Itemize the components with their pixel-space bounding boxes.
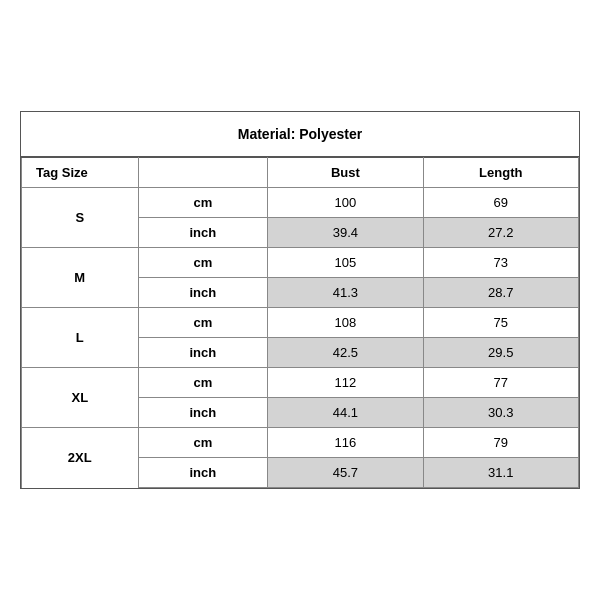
bust-inch: 41.3 (268, 278, 423, 308)
bust-inch: 45.7 (268, 458, 423, 488)
size-label: S (22, 188, 139, 248)
length-cm: 77 (423, 368, 578, 398)
unit-inch: inch (138, 338, 268, 368)
length-cm: 79 (423, 428, 578, 458)
table-row: Mcm10573 (22, 248, 579, 278)
bust-inch: 42.5 (268, 338, 423, 368)
length-inch: 27.2 (423, 218, 578, 248)
unit-inch: inch (138, 458, 268, 488)
unit-cm: cm (138, 368, 268, 398)
bust-cm: 100 (268, 188, 423, 218)
bust-cm: 116 (268, 428, 423, 458)
table-row: 2XLcm11679 (22, 428, 579, 458)
unit-inch: inch (138, 218, 268, 248)
size-label: M (22, 248, 139, 308)
size-chart-container: Material: Polyester Tag Size Bust Length… (20, 111, 580, 489)
table-row: XLcm11277 (22, 368, 579, 398)
size-label: XL (22, 368, 139, 428)
unit-inch: inch (138, 398, 268, 428)
bust-cm: 105 (268, 248, 423, 278)
unit-cm: cm (138, 308, 268, 338)
bust-cm: 108 (268, 308, 423, 338)
table-row: Scm10069 (22, 188, 579, 218)
unit-cm: cm (138, 428, 268, 458)
unit-cm: cm (138, 188, 268, 218)
header-tag-size: Tag Size (22, 158, 139, 188)
length-inch: 28.7 (423, 278, 578, 308)
chart-title: Material: Polyester (21, 112, 579, 157)
length-cm: 75 (423, 308, 578, 338)
unit-cm: cm (138, 248, 268, 278)
bust-cm: 112 (268, 368, 423, 398)
length-cm: 69 (423, 188, 578, 218)
size-label: L (22, 308, 139, 368)
unit-inch: inch (138, 278, 268, 308)
length-inch: 29.5 (423, 338, 578, 368)
header-bust: Bust (268, 158, 423, 188)
header-length: Length (423, 158, 578, 188)
table-row: Lcm10875 (22, 308, 579, 338)
header-unit (138, 158, 268, 188)
bust-inch: 39.4 (268, 218, 423, 248)
length-inch: 30.3 (423, 398, 578, 428)
length-cm: 73 (423, 248, 578, 278)
length-inch: 31.1 (423, 458, 578, 488)
bust-inch: 44.1 (268, 398, 423, 428)
size-label: 2XL (22, 428, 139, 488)
size-table: Tag Size Bust Length Scm10069inch39.427.… (21, 157, 579, 488)
